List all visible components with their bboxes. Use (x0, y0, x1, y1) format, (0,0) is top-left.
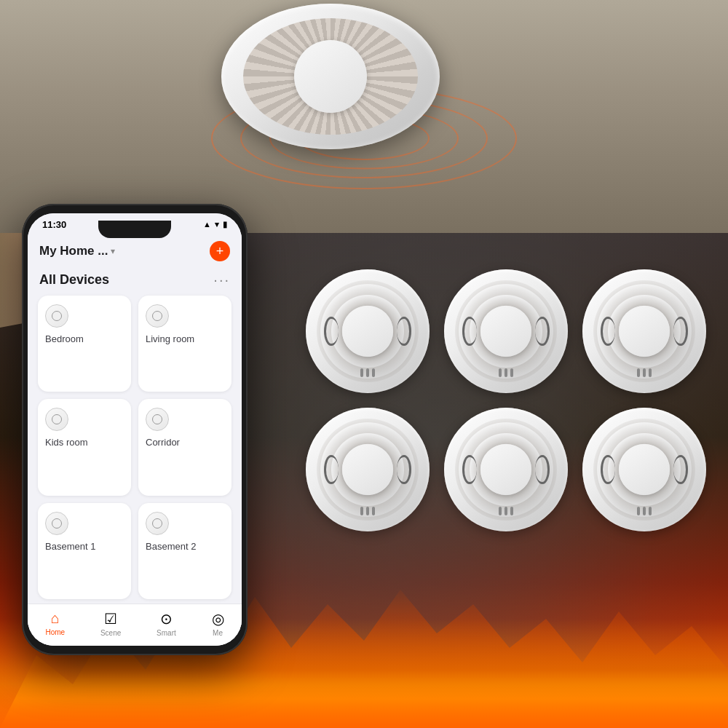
phone-inner: 11:30 ▲ ▾ ▮ My Home ... ▾ (24, 206, 245, 653)
detector-dots-1 (360, 368, 375, 377)
detector-inner-ring-6 (593, 419, 695, 521)
devices-section-header: All Devices ··· (28, 266, 242, 291)
detector-dots-3 (637, 368, 652, 377)
detector-1 (306, 269, 430, 393)
detector-inner-ring-3 (593, 280, 695, 382)
chevron-down-icon: ▾ (111, 246, 115, 256)
phone-frame: 11:30 ▲ ▾ ▮ My Home ... ▾ (22, 204, 248, 655)
detector-inner-ring-5 (455, 419, 557, 521)
nav-item-me[interactable]: ◎ Me (212, 610, 224, 637)
add-button[interactable]: + (210, 241, 230, 261)
arc-left-5 (462, 455, 477, 484)
device-name-bedroom: Bedroom (45, 333, 124, 344)
nav-label-home: Home (45, 628, 65, 636)
device-card-living-room[interactable]: Living room (138, 296, 232, 392)
detector-inner-ring (317, 280, 419, 382)
home-nav-icon: ⌂ (51, 610, 60, 627)
status-time: 11:30 (42, 219, 66, 230)
device-icon-living-room (146, 304, 169, 328)
smart-nav-icon: ⊙ (160, 610, 173, 628)
arc-left-2 (462, 317, 477, 346)
phone-screen: 11:30 ▲ ▾ ▮ My Home ... ▾ (28, 213, 242, 646)
device-card-basement1[interactable]: Basement 1 (38, 503, 131, 599)
signal-icon: ▲ (203, 220, 211, 229)
device-name-basement1: Basement 1 (45, 541, 124, 552)
device-name-corridor: Corridor (146, 437, 224, 448)
detector-dots-5 (499, 507, 513, 515)
detector-center-btn-4 (342, 444, 393, 495)
detector-dots-2 (499, 368, 513, 377)
nav-label-me: Me (213, 629, 223, 637)
notch (98, 221, 171, 238)
arc-right-1 (397, 317, 411, 346)
app-content: My Home ... ▾ + All Devices ··· (28, 235, 242, 646)
detector-dots-6 (637, 507, 652, 515)
main-detector-center (294, 40, 367, 113)
detector-center-btn-2 (480, 306, 531, 357)
detector-2 (444, 269, 568, 393)
device-card-corridor[interactable]: Corridor (138, 399, 232, 495)
device-grid: Bedroom Living room Kids r (28, 291, 242, 604)
arc-right-2 (535, 317, 550, 346)
arc-left-3 (601, 317, 615, 346)
arc-right-6 (673, 455, 688, 484)
detector-center-btn-6 (619, 444, 670, 495)
nav-item-smart[interactable]: ⊙ Smart (157, 610, 176, 637)
arc-left-4 (324, 455, 339, 484)
phone-container: 11:30 ▲ ▾ ▮ My Home ... ▾ (22, 204, 248, 655)
device-name-basement2: Basement 2 (146, 541, 224, 552)
device-name-living-room: Living room (146, 333, 224, 344)
devices-title: All Devices (39, 272, 109, 288)
nav-item-home[interactable]: ⌂ Home (45, 610, 65, 637)
device-name-kids-room: Kids room (45, 437, 124, 448)
arc-left-6 (601, 455, 615, 484)
main-detector (221, 4, 454, 164)
nav-item-scene[interactable]: ☑ Scene (100, 610, 121, 637)
detector-center-btn (342, 306, 393, 357)
nav-label-smart: Smart (157, 629, 176, 637)
detector-6 (582, 408, 706, 531)
me-nav-icon: ◎ (212, 610, 224, 628)
arc-left-1 (324, 317, 339, 346)
home-title-row[interactable]: My Home ... ▾ (39, 244, 115, 258)
detector-inner-ring-2 (455, 280, 557, 382)
detector-inner-ring-4 (317, 419, 419, 521)
detectors-grid (306, 269, 706, 531)
detector-3 (582, 269, 706, 393)
scene-nav-icon: ☑ (104, 610, 117, 628)
status-icons: ▲ ▾ ▮ (203, 220, 227, 229)
device-icon-kids-room (45, 408, 68, 431)
arc-right-5 (535, 455, 550, 484)
device-icon-basement1 (45, 512, 68, 535)
device-card-bedroom[interactable]: Bedroom (38, 296, 131, 392)
detector-5 (444, 408, 568, 531)
bottom-nav: ⌂ Home ☑ Scene ⊙ Smart ◎ (28, 604, 242, 646)
nav-label-scene: Scene (100, 629, 121, 637)
wifi-icon: ▾ (215, 220, 219, 229)
device-card-kids-room[interactable]: Kids room (38, 399, 131, 495)
device-icon-corridor (146, 408, 169, 431)
home-title: My Home ... (39, 244, 108, 258)
detector-dots-4 (360, 507, 375, 515)
device-icon-bedroom (45, 304, 68, 328)
battery-icon: ▮ (223, 220, 227, 229)
detector-4 (306, 408, 430, 531)
detector-center-btn-5 (480, 444, 531, 495)
arc-right-3 (673, 317, 688, 346)
device-card-basement2[interactable]: Basement 2 (138, 503, 232, 599)
more-options-button[interactable]: ··· (213, 272, 230, 288)
main-detector-grid (243, 18, 418, 135)
arc-right-4 (397, 455, 411, 484)
app-header: My Home ... ▾ + (28, 235, 242, 266)
main-detector-outer (221, 4, 440, 149)
detector-center-btn-3 (619, 306, 670, 357)
device-icon-basement2 (146, 512, 169, 535)
